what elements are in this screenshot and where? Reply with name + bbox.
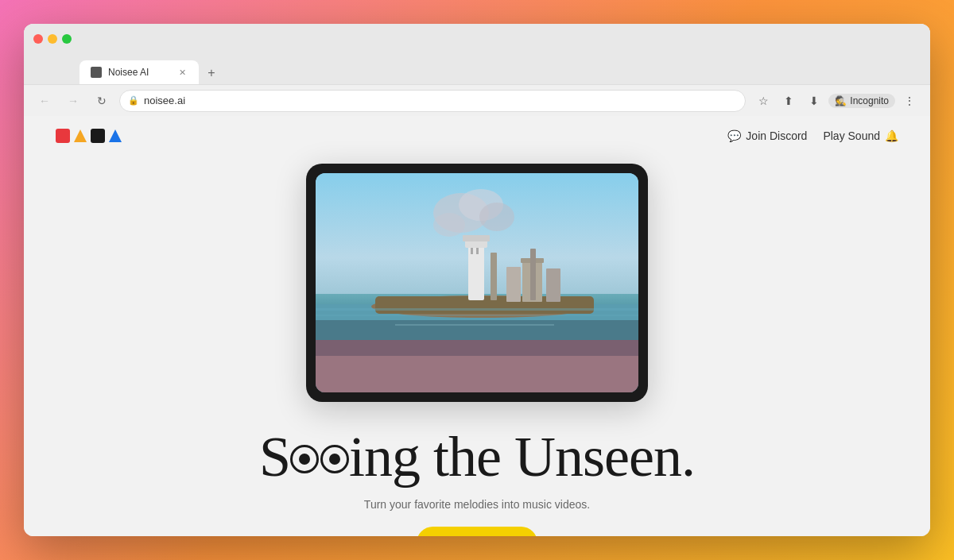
toolbar-actions: ☆ ⬆ ⬇ 🕵 Incognito ⋮: [752, 90, 921, 112]
lighthouse-scene: [316, 173, 638, 392]
join-discord-label: Join Discord: [746, 129, 807, 142]
svg-rect-0: [56, 129, 70, 143]
eye-pupil-right: [329, 454, 340, 465]
refresh-button[interactable]: ↻: [91, 90, 113, 112]
back-icon: ←: [39, 95, 50, 107]
active-tab[interactable]: Noisee AI ✕: [80, 60, 199, 84]
headline-s: S: [259, 426, 290, 489]
svg-marker-3: [109, 129, 122, 142]
tab-favicon: [91, 67, 102, 78]
create-video-button[interactable]: Create Video: [417, 527, 537, 536]
forward-icon: →: [68, 95, 79, 107]
svg-rect-24: [530, 249, 536, 300]
play-sound-label: Play Sound: [823, 129, 880, 142]
tab-close-button[interactable]: ✕: [176, 67, 188, 78]
svg-rect-2: [91, 129, 105, 143]
headline: S ing the Unseen.: [259, 426, 695, 489]
svg-marker-1: [74, 129, 87, 142]
svg-rect-22: [506, 267, 521, 302]
svg-rect-21: [546, 268, 560, 302]
svg-rect-25: [316, 308, 638, 311]
download-button[interactable]: ⬇: [803, 90, 825, 112]
refresh-icon: ↻: [97, 95, 107, 107]
headline-section: S ing the Unseen.: [259, 426, 695, 489]
svg-rect-11: [316, 356, 638, 392]
forward-button[interactable]: →: [62, 90, 84, 112]
site-header: 💬 Join Discord Play Sound 🔔: [24, 116, 930, 156]
download-icon: ⬇: [809, 95, 819, 107]
svg-rect-18: [476, 248, 479, 254]
svg-rect-27: [395, 324, 554, 326]
join-discord-link[interactable]: 💬 Join Discord: [727, 129, 807, 142]
video-scene: [316, 173, 638, 392]
play-sound-link[interactable]: Play Sound 🔔: [823, 129, 898, 142]
svg-rect-13: [375, 296, 594, 314]
tablet-screen: [316, 173, 638, 392]
lock-icon: 🔒: [128, 95, 139, 106]
chrome-menu-button[interactable]: ⋮: [898, 90, 921, 112]
eye-left: [290, 445, 319, 473]
bookmark-button[interactable]: ☆: [752, 90, 774, 112]
logo: [56, 129, 122, 143]
minimize-button[interactable]: [48, 34, 57, 44]
sound-icon: 🔔: [885, 129, 898, 142]
eye-right: [320, 445, 349, 473]
logo-blue-triangle: [108, 129, 122, 143]
menu-icon: ⋮: [904, 95, 915, 107]
url-text: noisee.ai: [144, 95, 737, 106]
incognito-icon: 🕵: [835, 95, 847, 106]
incognito-label: Incognito: [850, 95, 889, 106]
close-button[interactable]: [33, 34, 43, 44]
tablet-mockup: [306, 164, 648, 402]
browser-window: Noisee AI ✕ + ← → ↻ 🔒 noisee.ai ☆: [24, 24, 930, 536]
eye-pupil-left: [299, 454, 310, 465]
maximize-button[interactable]: [62, 34, 72, 44]
traffic-lights: [33, 34, 72, 44]
logo-dark-square: [91, 129, 105, 143]
logo-yellow-triangle: [73, 129, 87, 143]
incognito-indicator: 🕵 Incognito: [828, 94, 895, 108]
svg-rect-17: [471, 248, 473, 254]
discord-icon: 💬: [727, 129, 741, 142]
subtitle: Turn your favorite melodies into music v…: [364, 498, 590, 511]
svg-rect-16: [463, 235, 490, 241]
eye-group: [290, 445, 349, 473]
logo-red-square: [56, 129, 70, 143]
tabs-bar: Noisee AI ✕ +: [24, 54, 930, 84]
chrome-toolbar: ← → ↻ 🔒 noisee.ai ☆ ⬆ ⬇: [24, 84, 930, 116]
svg-rect-26: [316, 315, 638, 316]
new-tab-button[interactable]: +: [200, 62, 223, 84]
main-content: S ing the Unseen. Turn your favorite mel…: [24, 156, 930, 536]
chrome-titlebar: [24, 24, 930, 54]
site-nav: 💬 Join Discord Play Sound 🔔: [727, 129, 898, 142]
website-content: 💬 Join Discord Play Sound 🔔: [24, 116, 930, 536]
chrome-frame: Noisee AI ✕ + ← → ↻ 🔒 noisee.ai ☆: [24, 24, 930, 116]
headline-rest: ing the Unseen.: [349, 426, 695, 489]
tab-title: Noisee AI: [108, 67, 170, 78]
svg-rect-23: [491, 253, 497, 300]
share-button[interactable]: ⬆: [778, 90, 800, 112]
bookmark-icon: ☆: [758, 95, 769, 107]
back-button[interactable]: ←: [33, 90, 56, 112]
address-bar[interactable]: 🔒 noisee.ai: [119, 90, 746, 112]
share-icon: ⬆: [784, 95, 793, 107]
